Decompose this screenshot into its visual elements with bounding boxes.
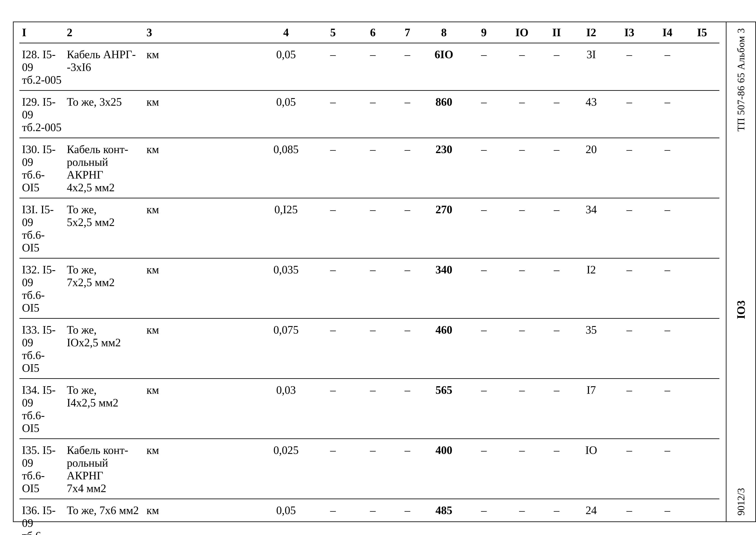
cell-135-15 <box>685 439 719 499</box>
cell-136-6: – <box>356 499 390 535</box>
cell-130-9: – <box>463 138 505 198</box>
page: ТП 507-86 65 Альбом 3 IO3 9012/3 I 2 3 4… <box>0 0 756 535</box>
cell-128-15 <box>685 43 719 91</box>
cell-136-15 <box>685 499 719 535</box>
cell-134-5: – <box>310 379 356 439</box>
cell-133-5: – <box>310 319 356 379</box>
cell-128-11: – <box>539 43 574 91</box>
cell-130-15 <box>685 138 719 198</box>
cell-131-14: – <box>650 198 685 258</box>
table-area: I 2 3 4 5 6 7 8 9 IO II I2 I3 I4 I5 <box>13 21 726 535</box>
cell-135-13: – <box>608 439 650 499</box>
cell-128-4: 0,05 <box>262 43 310 91</box>
cell-132-8: 340 <box>425 258 463 319</box>
cell-136-8: 485 <box>425 499 463 535</box>
cell-134-9: – <box>463 379 505 439</box>
col-header-12: I2 <box>574 22 608 43</box>
cell-129-15 <box>685 91 719 138</box>
cell-131-6: – <box>356 198 390 258</box>
cell-136-11: – <box>539 499 574 535</box>
cell-133-3: км <box>144 319 262 379</box>
cell-133-12: 35 <box>574 319 608 379</box>
cell-136-2: То же, 7х6 мм2 <box>64 499 144 535</box>
cell-135-1: I35. I5-09тб.6-OI5 <box>19 439 64 499</box>
table-row: I30. I5-09тб.6-OI5 Кабель конт-рольный А… <box>19 138 719 198</box>
cell-132-10: – <box>505 258 539 319</box>
table-row: I36. I5-09тб.6-OI5 То же, 7х6 мм2 км 0,0… <box>19 499 719 535</box>
right-margin: ТП 507-86 65 Альбом 3 IO3 9012/3 <box>726 24 756 520</box>
cell-132-3: км <box>144 258 262 319</box>
cell-136-9: – <box>463 499 505 535</box>
cell-129-10: – <box>505 91 539 138</box>
cell-131-13: – <box>608 198 650 258</box>
cell-128-10: – <box>505 43 539 91</box>
cell-135-8: 400 <box>425 439 463 499</box>
cell-136-4: 0,05 <box>262 499 310 535</box>
cell-133-13: – <box>608 319 650 379</box>
cell-134-4: 0,03 <box>262 379 310 439</box>
cell-128-3: км <box>144 43 262 91</box>
cell-129-4: 0,05 <box>262 91 310 138</box>
main-table: I 2 3 4 5 6 7 8 9 IO II I2 I3 I4 I5 <box>19 21 719 535</box>
cell-132-11: – <box>539 258 574 319</box>
cell-132-14: – <box>650 258 685 319</box>
cell-134-8: 565 <box>425 379 463 439</box>
cell-128-7: – <box>390 43 425 91</box>
cell-134-12: I7 <box>574 379 608 439</box>
cell-128-12: 3I <box>574 43 608 91</box>
cell-130-4: 0,085 <box>262 138 310 198</box>
table-row: I34. I5-09тб.6-OI5 То же,I4х2,5 мм2 км 0… <box>19 379 719 439</box>
cell-134-7: – <box>390 379 425 439</box>
cell-135-4: 0,025 <box>262 439 310 499</box>
cell-135-5: – <box>310 439 356 499</box>
cell-131-15 <box>685 198 719 258</box>
cell-131-4: 0,I25 <box>262 198 310 258</box>
cell-130-10: – <box>505 138 539 198</box>
table-row: I33. I5-09тб.6-OI5 То же,IOх2,5 мм2 км 0… <box>19 319 719 379</box>
cell-134-11: – <box>539 379 574 439</box>
cell-129-1: I29. I5-09тб.2-005 <box>19 91 64 138</box>
cell-129-12: 43 <box>574 91 608 138</box>
cell-133-2: То же,IOх2,5 мм2 <box>64 319 144 379</box>
cell-128-2: Кабель АНРГ--3хI6 <box>64 43 144 91</box>
cell-131-9: – <box>463 198 505 258</box>
cell-132-1: I32. I5-09тб.6-OI5 <box>19 258 64 319</box>
cell-134-13: – <box>608 379 650 439</box>
cell-133-6: – <box>356 319 390 379</box>
col-header-14: I4 <box>650 22 685 43</box>
cell-129-9: – <box>463 91 505 138</box>
cell-130-5: – <box>310 138 356 198</box>
cell-133-14: – <box>650 319 685 379</box>
cell-133-7: – <box>390 319 425 379</box>
cell-135-2: Кабель конт-рольный АКРНГ7х4 мм2 <box>64 439 144 499</box>
cell-131-10: – <box>505 198 539 258</box>
cell-133-11: – <box>539 319 574 379</box>
cell-130-12: 20 <box>574 138 608 198</box>
table-row: I3I. I5-09тб.6-OI5 То же,5х2,5 мм2 км 0,… <box>19 198 719 258</box>
cell-132-7: – <box>390 258 425 319</box>
cell-129-7: – <box>390 91 425 138</box>
col-header-1: I <box>19 22 64 43</box>
bottom-code-vertical: 9012/3 <box>735 488 747 516</box>
cell-133-1: I33. I5-09тб.6-OI5 <box>19 319 64 379</box>
col-header-7: 7 <box>390 22 425 43</box>
cell-129-3: км <box>144 91 262 138</box>
cell-131-3: км <box>144 198 262 258</box>
cell-131-1: I3I. I5-09тб.6-OI5 <box>19 198 64 258</box>
title-vertical: ТП 507-86 65 Альбом 3 <box>735 28 747 131</box>
col-header-10: IO <box>505 22 539 43</box>
cell-128-5: – <box>310 43 356 91</box>
cell-136-12: 24 <box>574 499 608 535</box>
cell-131-5: – <box>310 198 356 258</box>
cell-129-2: То же, 3х25 <box>64 91 144 138</box>
cell-128-8: 6IO <box>425 43 463 91</box>
col-header-11: II <box>539 22 574 43</box>
cell-136-13: – <box>608 499 650 535</box>
col-header-13: I3 <box>608 22 650 43</box>
cell-131-8: 270 <box>425 198 463 258</box>
cell-134-3: км <box>144 379 262 439</box>
table-row: I29. I5-09тб.2-005 То же, 3х25 км 0,05 –… <box>19 91 719 138</box>
cell-131-11: – <box>539 198 574 258</box>
cell-129-11: – <box>539 91 574 138</box>
cell-128-13: – <box>608 43 650 91</box>
